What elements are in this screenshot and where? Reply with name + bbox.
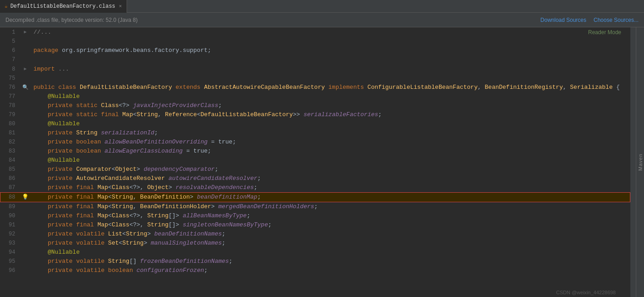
line-gutter: ▶: [21, 27, 30, 37]
search-icon: 🔍: [22, 85, 29, 90]
table-row: 75: [0, 74, 630, 83]
line-gutter: [21, 147, 30, 156]
line-number: 79: [0, 110, 21, 119]
line-gutter: 🔍: [21, 83, 30, 92]
table-row: 76🔍public class DefaultListableBeanFacto…: [0, 83, 630, 92]
table-row: 81 private String serializationId;: [0, 128, 630, 138]
decompiled-info-label: Decompiled .class file, bytecode version…: [5, 17, 138, 23]
line-gutter: [21, 37, 30, 46]
line-number: 77: [0, 92, 21, 101]
table-row: 83 private boolean allowEagerClassLoadin…: [0, 147, 630, 156]
table-row: 96 private volatile boolean configuratio…: [0, 266, 630, 275]
info-bar: Decompiled .class file, bytecode version…: [0, 13, 644, 27]
table-row: 1▶//...: [0, 27, 630, 37]
line-content: @Nullable: [30, 248, 630, 257]
line-number: 82: [0, 138, 21, 147]
info-bar-actions: Download Sources Choose Sources...: [541, 17, 639, 23]
line-gutter: [21, 211, 30, 220]
line-gutter: [21, 183, 30, 193]
collapse-icon[interactable]: ▶: [24, 30, 26, 35]
line-gutter: [21, 230, 30, 239]
code-area[interactable]: Reader Mode 1▶//...56package org.springf…: [0, 27, 630, 297]
line-content: @Nullable: [30, 119, 630, 128]
line-number: 93: [0, 239, 21, 248]
line-content: package org.springframework.beans.factor…: [30, 46, 630, 55]
line-number: 1: [0, 27, 21, 37]
line-number: 5: [0, 37, 21, 46]
tab-filename: DefaultListableBeanFactory.class: [10, 3, 115, 10]
table-row: 88💡 private final Map<String, BeanDefini…: [0, 193, 630, 202]
line-content: private final Map<Class<?>, String[]> al…: [30, 211, 630, 220]
line-gutter: [21, 156, 30, 165]
table-row: 78 private static Class<?> javaxInjectPr…: [0, 101, 630, 110]
bulb-icon[interactable]: 💡: [22, 194, 29, 200]
table-row: 93 private volatile Set<String> manualSi…: [0, 239, 630, 248]
line-gutter: [21, 202, 30, 212]
table-row: 89 private final Map<String, BeanDefinit…: [0, 202, 630, 212]
line-content: private boolean allowBeanDefinitionOverr…: [30, 138, 630, 147]
line-number: 81: [0, 128, 21, 138]
table-row: 82 private boolean allowBeanDefinitionOv…: [0, 138, 630, 147]
line-content: //...: [30, 27, 630, 37]
line-content: [30, 37, 630, 46]
tab-close-button[interactable]: ×: [119, 4, 122, 9]
line-content: private String serializationId;: [30, 128, 630, 138]
line-gutter: [21, 119, 30, 128]
reader-mode-label[interactable]: Reader Mode: [588, 29, 621, 36]
table-row: 80 @Nullable: [0, 119, 630, 128]
line-content: private volatile String[] frozenBeanDefi…: [30, 257, 630, 266]
line-content: private final Map<Class<?>, Object> reso…: [30, 183, 630, 193]
line-content: private boolean allowEagerClassLoading =…: [30, 147, 630, 156]
line-gutter: [21, 257, 30, 266]
line-number: 76: [0, 83, 21, 92]
line-gutter: [21, 46, 30, 55]
table-row: 87 private final Map<Class<?>, Object> r…: [0, 183, 630, 193]
table-row: 94 @Nullable: [0, 248, 630, 257]
scrollbar[interactable]: [630, 27, 636, 297]
maven-label[interactable]: Maven: [638, 154, 643, 171]
line-number: 7: [0, 55, 21, 64]
editor-container: Reader Mode 1▶//...56package org.springf…: [0, 27, 644, 297]
line-number: 91: [0, 220, 21, 230]
line-number: 87: [0, 183, 21, 193]
line-content: import ...: [30, 64, 630, 74]
line-gutter: 💡: [21, 193, 30, 202]
line-number: 94: [0, 248, 21, 257]
line-gutter: [21, 239, 30, 248]
line-gutter: [21, 92, 30, 101]
watermark-label: CSDN @weixin_44228698: [556, 290, 616, 295]
download-sources-link[interactable]: Download Sources: [541, 17, 587, 23]
line-number: 90: [0, 211, 21, 220]
table-row: 6package org.springframework.beans.facto…: [0, 46, 630, 55]
line-number: 95: [0, 257, 21, 266]
line-content: [30, 55, 630, 64]
line-number: 96: [0, 266, 21, 275]
maven-sidebar[interactable]: Maven: [636, 27, 644, 297]
line-content: private Comparator<Object> dependencyCom…: [30, 165, 630, 174]
tab-decompiled-class[interactable]: ☕ DefaultListableBeanFactory.class ×: [0, 0, 127, 13]
table-row: 7: [0, 55, 630, 64]
collapse-icon[interactable]: ▶: [24, 67, 26, 72]
tab-bar: ☕ DefaultListableBeanFactory.class ×: [0, 0, 644, 13]
table-row: 5: [0, 37, 630, 46]
line-gutter: [21, 138, 30, 147]
line-number: 75: [0, 74, 21, 83]
table-row: 77 @Nullable: [0, 92, 630, 101]
line-number: 80: [0, 119, 21, 128]
table-row: 84 @Nullable: [0, 156, 630, 165]
line-content: private static final Map<String, Referen…: [30, 110, 630, 119]
line-gutter: [21, 101, 30, 110]
code-table: 1▶//...56package org.springframework.bea…: [0, 27, 630, 275]
table-row: 90 private final Map<Class<?>, String[]>…: [0, 211, 630, 220]
line-gutter: [21, 110, 30, 119]
line-number: 92: [0, 230, 21, 239]
line-content: private static Class<?> javaxInjectProvi…: [30, 101, 630, 110]
line-content: @Nullable: [30, 92, 630, 101]
line-gutter: [21, 165, 30, 174]
choose-sources-link[interactable]: Choose Sources...: [593, 17, 639, 23]
line-content: [30, 74, 630, 83]
line-number: 83: [0, 147, 21, 156]
line-number: 85: [0, 165, 21, 174]
table-row: 79 private static final Map<String, Refe…: [0, 110, 630, 119]
line-number: 6: [0, 46, 21, 55]
